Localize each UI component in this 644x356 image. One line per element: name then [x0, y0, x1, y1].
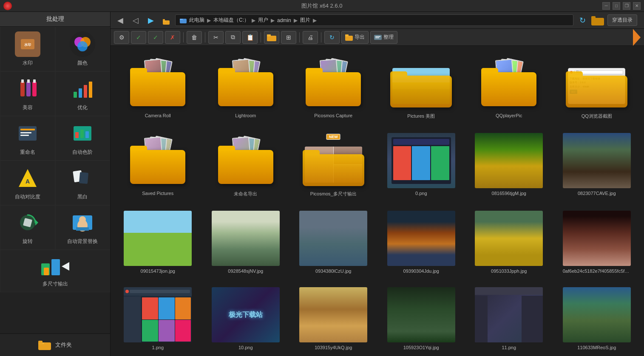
image-0af6eb24-name: 0af6eb24c5182e7f405855fc5fcf...: [563, 268, 631, 274]
window-controls: ─ □ ❐ ✕: [602, 2, 641, 10]
nav-up-button[interactable]: [160, 14, 173, 26]
sidebar-item-rename[interactable]: 重命名: [0, 116, 55, 161]
sidebar-item-watermark[interactable]: 水印 水印: [0, 27, 55, 71]
folder-qq-browser-screenshot[interactable]: 网址 下载地址：请填写下载链接 版本号：2.6.0 文件大小：45MB 确定: [556, 53, 638, 122]
svg-rect-8: [27, 79, 30, 83]
uncheck-button[interactable]: ✗: [165, 31, 180, 44]
image-0934380-thumb: [299, 211, 367, 266]
settings-button[interactable]: ⚙: [114, 31, 129, 44]
refresh-toolbar-button[interactable]: ↻: [324, 31, 340, 44]
folder-picosmos-capture[interactable]: Picosmos Capture: [293, 53, 374, 122]
folder-camera-roll-thumb: [124, 55, 192, 110]
image-0934380[interactable]: 0934380lCzU.jpg: [293, 208, 374, 276]
image-0823077[interactable]: 0823077CAVE.jpg: [556, 130, 638, 200]
image-10png[interactable]: 极光下载站 10.png: [205, 285, 287, 353]
image-0png[interactable]: 0.png: [381, 130, 462, 200]
color-icon: [70, 31, 95, 57]
toolbar-right: [633, 29, 641, 46]
minimize-button[interactable]: ─: [602, 2, 610, 10]
sidebar-auto-levels-label: 自动色阶: [72, 149, 93, 156]
folder-camera-roll-name: Camera Roll: [145, 113, 171, 118]
sidebar-item-multi-size[interactable]: 多尺寸输出: [0, 250, 110, 292]
sidebar-item-optimize[interactable]: 优化: [55, 71, 111, 116]
svg-rect-36: [44, 268, 49, 275]
image-0af6eb24[interactable]: 0af6eb24c5182e7f405855fc5fcf...: [556, 208, 638, 276]
sidebar-item-auto-bg[interactable]: 自动背景替换: [55, 205, 111, 250]
svg-text:水印: 水印: [24, 43, 31, 47]
image-0png-thumb: [387, 133, 455, 188]
copy-button[interactable]: ⧉: [225, 31, 241, 44]
svg-rect-45: [180, 19, 183, 20]
maximize-button[interactable]: □: [613, 2, 620, 10]
folder-qqplayer-thumb: [475, 55, 543, 110]
restore-button[interactable]: ❐: [623, 2, 630, 10]
image-103915[interactable]: 103915y4UkQ.jpg: [293, 285, 374, 353]
folder-picosmos-multi[interactable]: NEW Picosm: [293, 130, 374, 200]
svg-rect-51: [345, 34, 349, 37]
image-110633[interactable]: 110633MReoS.jpg: [556, 285, 638, 353]
sidebar: 批处理 水印 水印 颜色: [0, 12, 111, 356]
svg-rect-26: [79, 172, 88, 184]
svg-rect-21: [80, 130, 84, 138]
paste-button[interactable]: 📋: [242, 31, 258, 44]
toolbar: ⚙ ✓ ✓ ✗ 🗑 ✂ ⧉ 📋 ⊞ 🖨 ↻ 导出: [111, 29, 644, 46]
sidebar-item-color[interactable]: 颜色: [55, 27, 111, 71]
view-button[interactable]: ⊞: [281, 31, 296, 44]
sidebar-item-auto-levels[interactable]: 自动色阶: [55, 116, 111, 161]
cut-button[interactable]: ✂: [208, 31, 224, 44]
delete-button[interactable]: 🗑: [187, 31, 202, 44]
top-right-bar: 穿透目录: [591, 14, 641, 26]
folder-pictures-meitu[interactable]: Pictures 美图: [381, 53, 462, 122]
folder-pictures-meitu-name: Pictures 美图: [407, 113, 435, 119]
folder-button[interactable]: [264, 31, 279, 44]
organize-button[interactable]: 整理: [370, 31, 397, 44]
image-09390304[interactable]: 09390304Jdu.jpg: [381, 208, 462, 276]
sidebar-folder-button[interactable]: 文件夹: [0, 333, 110, 356]
rename-icon: [15, 121, 40, 146]
folder-camera-roll[interactable]: Camera Roll: [117, 53, 199, 122]
image-09015473[interactable]: 09015473jon.jpg: [117, 208, 199, 276]
folder-unnamed-export[interactable]: 未命名导出: [205, 130, 287, 200]
svg-rect-49: [267, 34, 271, 37]
refresh-button[interactable]: ↻: [576, 14, 589, 26]
sidebar-item-bw[interactable]: 黑白: [55, 161, 111, 205]
image-10png-name: 10.png: [238, 345, 253, 350]
folder-qqplayer-name: QQplayerPic: [496, 113, 522, 118]
folder-qqplayer[interactable]: QQplayerPic: [468, 53, 550, 122]
image-09390304-name: 09390304Jdu.jpg: [403, 268, 439, 274]
folder-qq-browser-screenshot-name: QQ浏览器截图: [582, 113, 612, 119]
sidebar-item-beauty[interactable]: 美容: [0, 71, 55, 116]
image-0816596-thumb: [475, 133, 543, 188]
sidebar-item-auto-contrast[interactable]: A 自动对比度: [0, 161, 55, 205]
folder-lightroom[interactable]: Lightroom: [205, 53, 287, 122]
image-110633-thumb: [563, 287, 631, 342]
beauty-icon: [15, 76, 40, 102]
nav-back-button[interactable]: ◀: [114, 14, 127, 26]
address-path[interactable]: 此电脑 ▶ 本地磁盘（C:） ▶ 用户 ▶ admin ▶ 图片 ▶: [175, 14, 573, 26]
image-0951033[interactable]: 0951033Jpph.jpg: [468, 208, 550, 276]
close-button[interactable]: ✕: [633, 2, 641, 10]
folder-saved-pictures-name: Saved Pictures: [142, 191, 173, 196]
export-label: 导出: [355, 34, 365, 41]
nav-backward-button[interactable]: ◁: [129, 14, 142, 26]
sidebar-bw-label: 黑白: [77, 193, 88, 201]
check-button[interactable]: ✓: [148, 31, 163, 44]
image-0816596[interactable]: 0816596tjgM.jpg: [468, 130, 550, 200]
check-all-button[interactable]: ✓: [131, 31, 146, 44]
print-button[interactable]: 🖨: [303, 31, 318, 44]
folder-saved-pictures-thumb: [124, 133, 192, 188]
export-button[interactable]: 导出: [341, 31, 369, 44]
image-1png[interactable]: 1.png: [117, 285, 199, 353]
file-grid-container[interactable]: Camera Roll Lightroom: [111, 46, 644, 356]
image-11png[interactable]: 11.png: [468, 285, 550, 353]
image-0png-name: 0.png: [415, 191, 427, 196]
nav-forward-button[interactable]: ▶: [145, 14, 157, 26]
image-0928548[interactable]: 0928548sjNV.jpg: [205, 208, 287, 276]
through-dir-button[interactable]: 穿透目录: [607, 14, 637, 26]
image-09015473-name: 09015473jon.jpg: [141, 268, 175, 274]
image-105923[interactable]: 105923O1Yqi.jpg: [381, 285, 462, 353]
folder-picosmos-capture-name: Picosmos Capture: [314, 113, 352, 118]
folder-saved-pictures[interactable]: Saved Pictures: [117, 130, 199, 200]
separator-4: [299, 32, 300, 42]
sidebar-item-rotate[interactable]: 旋转: [0, 205, 55, 250]
